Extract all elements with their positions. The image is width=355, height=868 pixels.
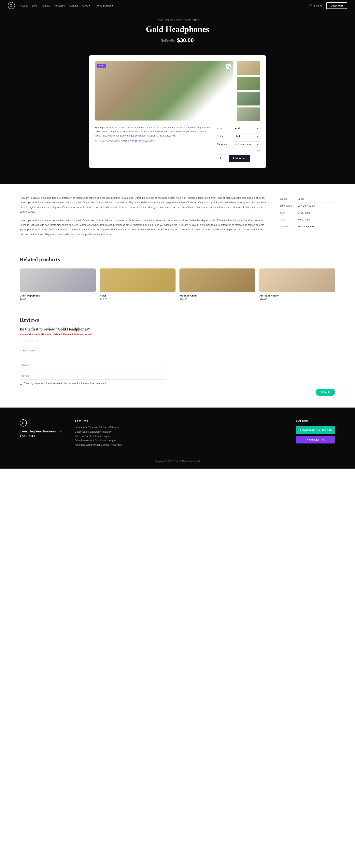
thumbnail-1[interactable] xyxy=(237,61,260,75)
related-thumb-3 xyxy=(179,269,255,292)
star-2[interactable]: ☆ xyxy=(24,338,27,343)
thumbnail-3[interactable] xyxy=(237,92,260,105)
email-input[interactable] xyxy=(20,372,165,380)
nav-right: 🛒 5 Items Download xyxy=(309,2,347,9)
zoom-button[interactable]: 🔍 xyxy=(226,64,231,69)
spec-weight: Weight 20 kg xyxy=(280,195,335,203)
related-price-1: $8.00 xyxy=(20,298,96,301)
spec-materials-value: leather, ceramic xyxy=(298,225,315,228)
star-4[interactable]: ☆ xyxy=(32,338,35,343)
size-option: Size small medium large xyxy=(217,126,260,131)
spec-color: Color white, black xyxy=(280,216,335,223)
footer-copyright: Copyright © 2023 Divi. All Rights Reserv… xyxy=(20,456,335,463)
save-checkbox-label[interactable]: Save my name, email, and website in this… xyxy=(20,382,335,385)
reviews-title: Reviews xyxy=(20,317,335,323)
footer: D Launching Your Business Into The Futur… xyxy=(0,407,355,469)
nav-about[interactable]: About xyxy=(21,4,28,7)
main-image-placeholder: Sale! 🔍 xyxy=(95,61,234,121)
footer-feature-4[interactable]: Drive Results with Data-Driven Insights xyxy=(75,439,284,442)
weight-label: Weight xyxy=(280,197,298,200)
cat-office[interactable]: OFFICE xyxy=(121,140,129,143)
nav-links: About Blog Feature Features Contact Shop… xyxy=(21,4,309,7)
related-title: Related products xyxy=(20,256,335,262)
save-checkbox[interactable] xyxy=(20,382,22,384)
get-divi-pro-button[interactable]: ● Get Divi Pro xyxy=(296,436,335,443)
color-label: Color xyxy=(217,135,231,138)
specs-para-2: Lorem ipsum dolor sit amet, consectetur … xyxy=(20,218,268,237)
related-grid: Giant Paperclips $8.00 Ruler $12.00 Wood… xyxy=(20,269,335,301)
main-image: Sale! 🔍 xyxy=(95,61,234,121)
quantity-input[interactable] xyxy=(217,154,227,162)
related-price-4: $16.00 xyxy=(259,298,335,301)
related-thumb-2 xyxy=(100,269,176,292)
thumbnail-2[interactable] xyxy=(237,76,260,90)
nav-theme-builder[interactable]: Theme Builder ▾ xyxy=(94,4,113,7)
clear-button[interactable]: Clear xyxy=(217,149,260,152)
thumbnail-4[interactable] xyxy=(237,107,260,121)
footer-feature-3[interactable]: Take Control of Tasks and Projects xyxy=(75,435,284,438)
submit-row: Submit xyxy=(20,389,335,396)
footer-divi-title: Get Divi xyxy=(296,420,335,423)
nav-feature[interactable]: Feature xyxy=(41,4,50,7)
related-price-3: $34.00 xyxy=(179,298,255,301)
product-details: Etiam quis blandit erat. Donec laoreet l… xyxy=(95,126,260,162)
related-name-2: Ruler xyxy=(100,294,176,297)
star-5[interactable]: ☆ xyxy=(36,338,39,343)
star-rating[interactable]: ☆ ☆ ☆ ☆ ☆ xyxy=(20,338,335,343)
spec-materials: Materials leather, ceramic xyxy=(280,223,335,230)
star-1[interactable]: ☆ xyxy=(20,338,23,343)
footer-divi: Get Divi ⬇ Download The Free App ● Get D… xyxy=(296,420,335,448)
breadcrumb: HOME / OFFICE / GOLD HEADPHONES xyxy=(4,19,351,21)
materials-select[interactable]: leather, ceramic xyxy=(233,142,260,147)
cat-tech[interactable]: TECHNOLOGY xyxy=(139,140,154,143)
footer-grid: D Launching Your Business Into The Futur… xyxy=(20,420,335,448)
related-price-2: $12.00 xyxy=(100,298,176,301)
review-textarea[interactable] xyxy=(20,346,335,358)
product-description: Etiam quis blandit erat. Donec laoreet l… xyxy=(95,126,212,162)
add-to-cart-button[interactable]: Add to cart xyxy=(229,155,250,162)
specs-text: Aliquam feugiat ut diam non tempus. Inte… xyxy=(20,195,268,240)
star-3[interactable]: ☆ xyxy=(28,338,31,343)
thumbnail-images xyxy=(237,61,260,121)
spec-color-value: white, black xyxy=(298,218,310,221)
price-container: $39.00 $30.00 xyxy=(4,37,351,43)
spec-color-label: Color xyxy=(280,218,298,221)
nav-logo[interactable]: D xyxy=(8,2,15,9)
download-free-app-button[interactable]: ⬇ Download The Free App xyxy=(296,426,335,434)
spec-size-value: small, large xyxy=(298,211,310,214)
download-button[interactable]: Download xyxy=(326,2,347,9)
related-thumb-4 xyxy=(259,269,335,292)
nav-cart[interactable]: 🛒 5 Items xyxy=(309,4,322,7)
related-item-4[interactable]: Air Plant Holder $16.00 xyxy=(259,269,335,301)
related-name-4: Air Plant Holder xyxy=(259,294,335,297)
nav-shop[interactable]: Shop ▾ xyxy=(82,4,90,7)
related-item-3[interactable]: Wooden Chair $34.00 xyxy=(179,269,255,301)
size-select[interactable]: small medium large xyxy=(233,126,260,131)
color-option: Color black white xyxy=(217,133,260,139)
related-item-2[interactable]: Ruler $12.00 xyxy=(100,269,176,301)
color-select[interactable]: black white xyxy=(233,133,260,139)
hero-section: HOME / OFFICE / GOLD HEADPHONES Gold Hea… xyxy=(0,11,355,55)
nav-blog[interactable]: Blog xyxy=(32,4,37,7)
name-input[interactable] xyxy=(20,361,165,369)
nav-features[interactable]: Features xyxy=(55,4,65,7)
related-item-1[interactable]: Giant Paperclips $8.00 xyxy=(20,269,96,301)
shop-chevron-icon: ▾ xyxy=(89,4,90,7)
size-label: Size xyxy=(217,127,231,130)
review-form-title: Be the first to review “Gold Headphones” xyxy=(20,327,335,332)
footer-features-title: Features xyxy=(75,420,284,423)
submit-button[interactable]: Submit xyxy=(316,389,335,396)
footer-feature-5[interactable]: Automate Workflows for Ultimate Producti… xyxy=(75,443,284,446)
materials-option: Materials leather, ceramic xyxy=(217,142,260,147)
cart-icon: 🛒 xyxy=(309,4,313,7)
spec-materials-label: Materials xyxy=(280,225,298,228)
cat-store[interactable]: STORE xyxy=(130,140,138,143)
footer-feature-1[interactable]: Unlock Your Time with Effortless Efficie… xyxy=(75,426,284,429)
nav-contact[interactable]: Contact xyxy=(69,4,78,7)
product-options: Size small medium large Color black whit… xyxy=(217,126,260,162)
product-meta: SKU: N/A / CATEGORIES: OFFICE, STORE, TE… xyxy=(95,140,212,143)
price-old: $39.00 xyxy=(161,38,175,43)
footer-feature-2[interactable]: Boost Team Collaboration Instantly xyxy=(75,430,284,433)
spec-size-label: Size xyxy=(280,211,298,214)
categories-text: CATEGORIES: OFFICE, STORE, TECHNOLOGY xyxy=(106,140,154,143)
